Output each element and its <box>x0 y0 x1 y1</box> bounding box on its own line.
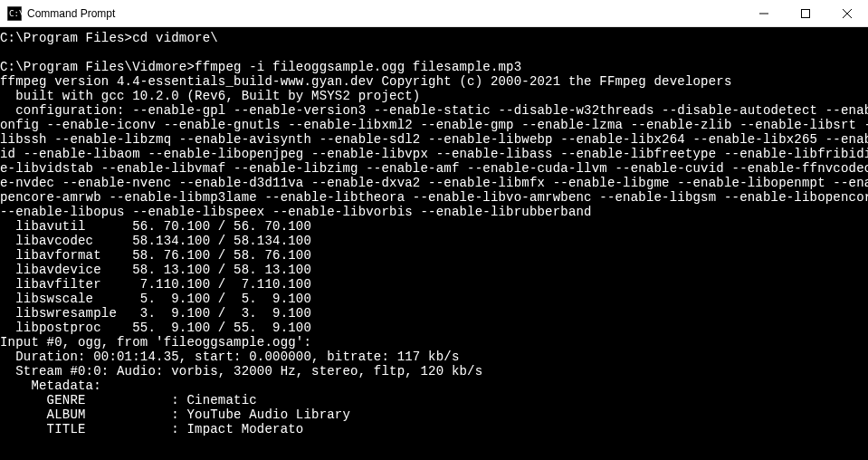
terminal-line: e-libvidstab --enable-libvmaf --enable-l… <box>0 161 868 176</box>
terminal-line: libpostproc 55. 9.100 / 55. 9.100 <box>0 321 868 335</box>
terminal-line: libavcodec 58.134.100 / 58.134.100 <box>0 234 868 248</box>
terminal-line: C:\Program Files>cd vidmore\ <box>0 31 868 45</box>
terminal-line: libswresample 3. 9.100 / 3. 9.100 <box>0 306 868 321</box>
cmd-icon: C:\ <box>7 6 22 21</box>
window-controls <box>743 0 868 26</box>
terminal-line: Input #0, ogg, from 'fileoggsample.ogg': <box>0 335 868 350</box>
svg-text:C:\: C:\ <box>9 9 22 18</box>
terminal-line: Duration: 00:01:14.35, start: 0.000000, … <box>0 350 868 364</box>
terminal-line: libavdevice 58. 13.100 / 58. 13.100 <box>0 263 868 277</box>
terminal-line: TITLE : Impact Moderato <box>0 422 868 436</box>
terminal-line: ffmpeg version 4.4-essentials_build-www.… <box>0 74 868 89</box>
terminal-line: GENRE : Cinematic <box>0 393 868 407</box>
terminal-line: pencore-amrwb --enable-libmp3lame --enab… <box>0 190 868 205</box>
terminal-line: C:\Program Files\Vidmore>ffmpeg -i fileo… <box>0 60 868 74</box>
window: C:\ Command Prompt C:\Program Files>cd v… <box>0 0 868 460</box>
terminal-line: --enable-libopus --enable-libspeex --ena… <box>0 205 868 219</box>
terminal-line: onfig --enable-iconv --enable-gnutls --e… <box>0 118 868 132</box>
svg-rect-3 <box>802 9 810 17</box>
close-button[interactable] <box>826 0 868 26</box>
terminal-line: libavutil 56. 70.100 / 56. 70.100 <box>0 219 868 234</box>
terminal-line: ALBUM : YouTube Audio Library <box>0 407 868 422</box>
terminal-line: Metadata: <box>0 379 868 393</box>
titlebar: C:\ Command Prompt <box>0 0 868 27</box>
terminal-line: e-nvdec --enable-nvenc --enable-d3d11va … <box>0 176 868 190</box>
minimize-button[interactable] <box>743 0 785 26</box>
window-title: Command Prompt <box>27 7 743 20</box>
terminal-line: libavformat 58. 76.100 / 58. 76.100 <box>0 248 868 263</box>
terminal-line: libssh --enable-libzmq --enable-avisynth… <box>0 132 868 147</box>
terminal-line: built with gcc 10.2.0 (Rev6, Built by MS… <box>0 89 868 103</box>
terminal-output[interactable]: C:\Program Files>cd vidmore\ C:\Program … <box>0 27 868 460</box>
maximize-button[interactable] <box>785 0 826 26</box>
terminal-line <box>0 45 868 60</box>
terminal-line: libswscale 5. 9.100 / 5. 9.100 <box>0 292 868 306</box>
terminal-line: Stream #0:0: Audio: vorbis, 32000 Hz, st… <box>0 364 868 379</box>
terminal-line: libavfilter 7.110.100 / 7.110.100 <box>0 277 868 292</box>
terminal-line: configuration: --enable-gpl --enable-ver… <box>0 103 868 118</box>
terminal-line: id --enable-libaom --enable-libopenjpeg … <box>0 147 868 161</box>
